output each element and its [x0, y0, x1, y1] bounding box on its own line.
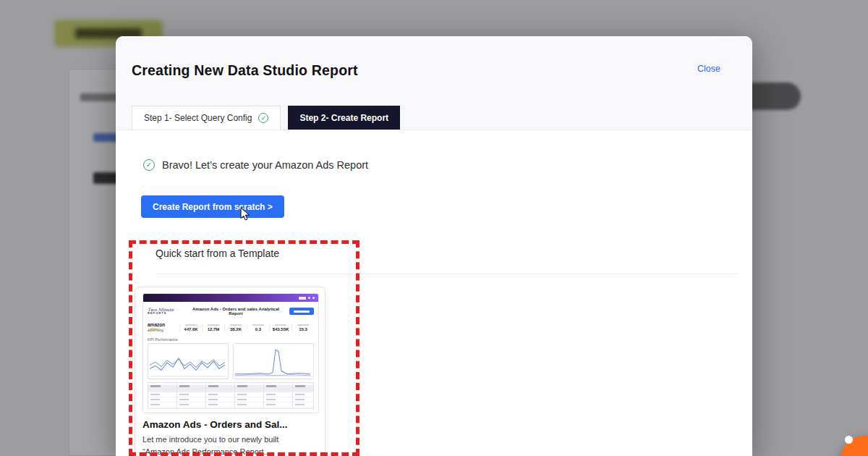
preview-table-row: [148, 402, 313, 407]
screen: Creating New Data Studio Report Close St…: [0, 0, 868, 456]
template-preview-image: Two Minute REPORTS Amazon Ads - Orders a…: [142, 293, 319, 413]
preview-table-row: [148, 407, 313, 409]
preview-cta-label-placeholder: [294, 311, 310, 313]
preview-cta-button: [289, 308, 314, 315]
create-report-from-scratch-button[interactable]: Create Report from scratch >: [141, 195, 284, 218]
step-tabs: Step 1- Select Query Config ✓ Step 2- Cr…: [132, 106, 400, 130]
tab-step1-label: Step 1- Select Query Config: [144, 113, 252, 123]
preview-table-row: [148, 397, 313, 402]
preview-window-dot: [308, 297, 310, 299]
preview-metric: 38.2K: [224, 324, 247, 332]
preview-chart-left: [148, 343, 229, 379]
preview-window-control: [299, 297, 306, 300]
preview-table-row: [148, 392, 313, 397]
amazon-advertising-logo: amazon advertising: [148, 322, 179, 332]
create-report-modal: Creating New Data Studio Report Close St…: [116, 36, 752, 456]
modal-body: ✓ Bravo! Let’s create your Amazon Ads Re…: [116, 130, 752, 456]
close-button[interactable]: Close: [697, 64, 720, 74]
template-card-title: Amazon Ads - Orders and Sal...: [142, 419, 318, 430]
preview-metric: 12.7M: [202, 324, 224, 332]
preview-metric: 447.6K: [179, 324, 202, 332]
preview-data-table: [148, 382, 314, 409]
preview-charts-row: [148, 343, 314, 379]
template-section-heading: Quick start from a Template: [156, 248, 279, 259]
section-divider: [156, 274, 738, 274]
success-message: Bravo! Let’s create your Amazon Ads Repo…: [162, 159, 368, 171]
preview-metric: 15.3: [292, 324, 314, 332]
tab-step2-label: Step 2- Create Report: [299, 113, 388, 123]
preview-report: Two Minute REPORTS Amazon Ads - Orders a…: [143, 302, 318, 412]
preview-metric: $43.55K: [269, 324, 292, 332]
preview-header-row: Two Minute REPORTS Amazon Ads - Orders a…: [148, 305, 314, 318]
chat-widget-button[interactable]: [841, 436, 868, 456]
preview-report-title: Amazon Ads - Orders and sales Analytical…: [182, 307, 289, 316]
modal-title: Creating New Data Studio Report: [132, 62, 358, 79]
modal-header: Creating New Data Studio Report Close St…: [116, 36, 752, 130]
preview-table-header: [148, 385, 313, 392]
preview-metrics-row: amazon advertising 447.6K 12.7M: [148, 320, 314, 335]
tab-step2-create-report[interactable]: Step 2- Create Report: [288, 106, 400, 130]
tab-step1-select-query-config[interactable]: Step 1- Select Query Config ✓: [132, 106, 281, 130]
preview-browser-bar: [143, 294, 318, 302]
chat-notification-dot: [845, 436, 853, 444]
preview-brand-logo: Two Minute REPORTS: [148, 308, 182, 315]
success-check-icon: ✓: [143, 159, 155, 171]
preview-metric: 0.3: [247, 324, 269, 332]
template-card-description: Let me introduce you to our newly built …: [142, 434, 318, 456]
preview-chart-right: [233, 343, 314, 379]
template-card[interactable]: Two Minute REPORTS Amazon Ads - Orders a…: [135, 287, 326, 456]
step-complete-check-icon: ✓: [258, 113, 268, 123]
preview-window-dot: [312, 297, 315, 299]
success-message-row: ✓ Bravo! Let’s create your Amazon Ads Re…: [143, 159, 368, 171]
preview-kpi-section-title: KPI Performance: [148, 337, 314, 342]
